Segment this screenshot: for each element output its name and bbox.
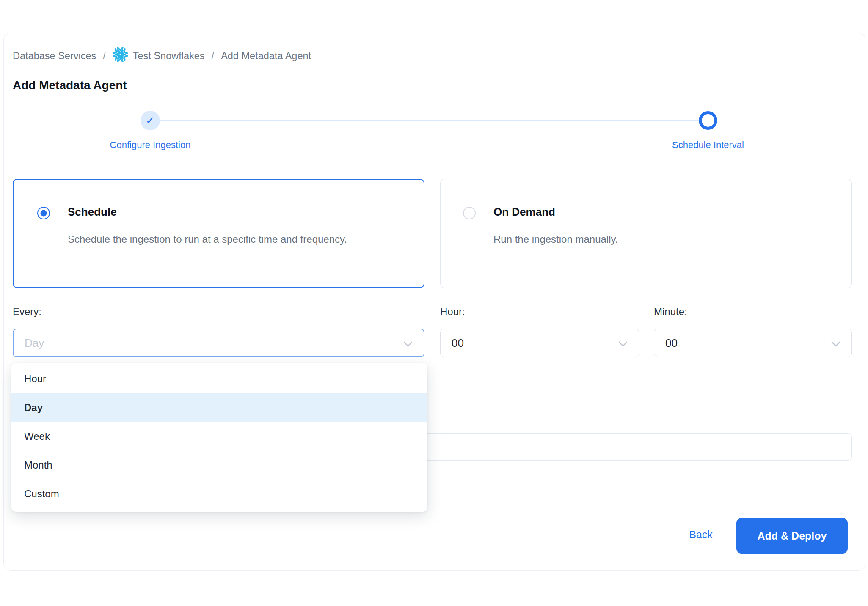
on-demand-option-description: Run the ingestion manually. <box>493 230 815 249</box>
dropdown-option-hour[interactable]: Hour <box>11 365 427 393</box>
page-title: Add Metadata Agent <box>13 79 127 92</box>
every-select-value: Day <box>25 337 44 350</box>
dropdown-option-day[interactable]: Day <box>11 393 427 422</box>
dropdown-option-week[interactable]: Week <box>11 422 427 451</box>
snowflake-icon <box>113 47 128 65</box>
step-configure-ingestion-label[interactable]: Configure Ingestion <box>83 140 218 151</box>
step-schedule-interval-label[interactable]: Schedule Interval <box>640 140 776 151</box>
every-select[interactable]: Day <box>13 329 424 357</box>
dropdown-option-month[interactable]: Month <box>11 451 427 480</box>
breadcrumb: Database Services / Test Snowfl <box>13 47 311 64</box>
on-demand-radio[interactable] <box>463 207 476 219</box>
chevron-down-icon <box>618 337 628 350</box>
breadcrumb-database-services[interactable]: Database Services <box>13 50 96 62</box>
step-schedule-interval-indicator[interactable] <box>699 111 717 130</box>
hour-select-value: 00 <box>452 337 464 350</box>
schedule-radio[interactable] <box>37 207 50 219</box>
page: Database Services / Test Snowfl <box>0 0 868 606</box>
minute-select[interactable]: 00 <box>654 329 852 357</box>
breadcrumb-current: Add Metadata Agent <box>221 50 311 62</box>
breadcrumb-service[interactable]: Test Snowflakes <box>113 47 205 65</box>
minute-select-value: 00 <box>665 337 678 350</box>
stepper-connector-line <box>152 120 700 121</box>
breadcrumb-separator: / <box>212 50 215 62</box>
dropdown-option-custom[interactable]: Custom <box>11 480 427 508</box>
step-configure-ingestion-indicator[interactable]: ✓ <box>141 111 160 130</box>
schedule-option-title: Schedule <box>68 206 117 219</box>
schedule-option-description: Schedule the ingestion to run at a speci… <box>68 230 360 249</box>
add-and-deploy-button[interactable]: Add & Deploy <box>736 518 848 554</box>
back-button[interactable]: Back <box>675 529 726 541</box>
chevron-down-icon <box>403 337 413 350</box>
hour-select[interactable]: 00 <box>440 329 639 357</box>
breadcrumb-test-snowflakes[interactable]: Test Snowflakes <box>133 50 205 62</box>
hour-label: Hour: <box>440 306 465 318</box>
breadcrumb-separator: / <box>103 50 106 62</box>
on-demand-option-title: On Demand <box>493 206 555 219</box>
minute-label: Minute: <box>654 306 687 318</box>
every-dropdown-menu: Hour Day Week Month Custom <box>11 363 427 512</box>
check-icon: ✓ <box>146 114 155 127</box>
chevron-down-icon <box>831 337 840 350</box>
every-label: Every: <box>13 306 41 318</box>
